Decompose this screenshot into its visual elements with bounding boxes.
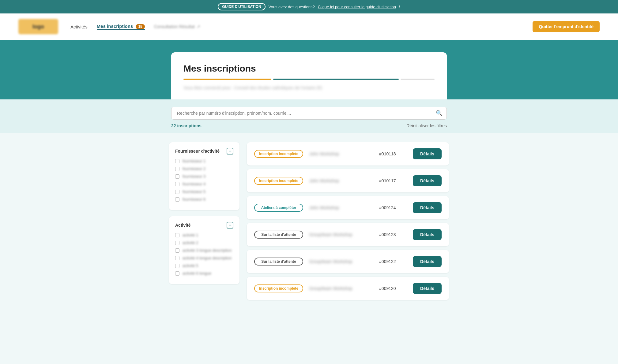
filter-label: fournisseur 6 bbox=[183, 197, 205, 202]
filter-checkbox[interactable] bbox=[175, 190, 179, 194]
filter-checkbox[interactable] bbox=[175, 271, 179, 276]
reset-filters-button[interactable]: Réinitialiser les filtres bbox=[407, 123, 447, 128]
progress-teal bbox=[273, 79, 399, 80]
hero-section: Mes inscriptions Vous êtes connecté pour… bbox=[0, 40, 618, 99]
progress-bar bbox=[183, 79, 435, 80]
result-name: Group/team Workshop bbox=[309, 286, 373, 291]
search-meta: 22 inscriptions Réinitialiser les filtre… bbox=[171, 123, 447, 128]
search-section: 🔍 22 inscriptions Réinitialiser les filt… bbox=[0, 99, 618, 133]
search-input[interactable] bbox=[171, 107, 447, 120]
filter-checkbox[interactable] bbox=[175, 167, 179, 171]
status-badge: Ateliers à compléter bbox=[254, 204, 303, 212]
list-item[interactable]: fournisseur 6 bbox=[175, 197, 233, 202]
fournisseur-filter-header: Fournisseur d'activité − bbox=[175, 148, 233, 154]
details-button[interactable]: Détails bbox=[413, 229, 442, 240]
result-name: John Workshop bbox=[309, 178, 373, 183]
activite-filter: Activité − activité 1 activité 2 activit… bbox=[169, 216, 239, 284]
banner-exclamation: ! bbox=[399, 5, 400, 9]
filter-checkbox[interactable] bbox=[175, 256, 179, 260]
list-item[interactable]: activité 1 bbox=[175, 233, 233, 237]
filter-label: activité 3 longue description bbox=[183, 248, 232, 253]
details-button[interactable]: Détails bbox=[413, 256, 442, 267]
details-button[interactable]: Détails bbox=[413, 202, 442, 213]
list-item[interactable]: activité 4 longue description bbox=[175, 256, 233, 260]
details-button[interactable]: Détails bbox=[413, 283, 442, 294]
filter-checkbox[interactable] bbox=[175, 241, 179, 245]
fournisseur-toggle-button[interactable]: − bbox=[227, 148, 233, 154]
table-row: Inscription incomplète Group/team Worksh… bbox=[247, 277, 449, 300]
filter-label: activité 4 longue description bbox=[183, 256, 232, 260]
nav: Activités Mes inscriptions 15 Consultati… bbox=[70, 24, 520, 30]
search-wrapper: 🔍 bbox=[171, 107, 447, 120]
list-item[interactable]: fournisseur 3 bbox=[175, 174, 233, 179]
progress-gold bbox=[183, 79, 271, 80]
activite-filter-items: activité 1 activité 2 activité 3 longue … bbox=[175, 233, 233, 276]
inscriptions-count: 22 inscriptions bbox=[171, 123, 202, 128]
result-id: #009123 bbox=[379, 232, 407, 237]
progress-light bbox=[401, 79, 435, 80]
result-id: #009124 bbox=[379, 205, 407, 210]
list-item[interactable]: fournisseur 1 bbox=[175, 159, 233, 163]
guide-button[interactable]: GUIDE D'UTILISATION bbox=[218, 3, 265, 10]
nav-activites[interactable]: Activités bbox=[70, 24, 88, 29]
result-name: John Workshop bbox=[309, 151, 373, 156]
filter-checkbox[interactable] bbox=[175, 248, 179, 253]
results-list: Inscription incomplète John Workshop #01… bbox=[247, 142, 449, 300]
search-icon: 🔍 bbox=[436, 110, 443, 117]
list-item[interactable]: fournisseur 5 bbox=[175, 189, 233, 194]
filter-label: activité 6 longue bbox=[183, 271, 211, 276]
top-banner: GUIDE D'UTILISATION Vous avez des questi… bbox=[0, 0, 618, 13]
result-id: #010118 bbox=[379, 151, 407, 156]
filter-label: fournisseur 1 bbox=[183, 159, 205, 163]
table-row: Sur la liste d'attente Group/team Worksh… bbox=[247, 223, 449, 246]
filter-label: fournisseur 4 bbox=[183, 182, 205, 186]
logo: logo bbox=[18, 19, 58, 34]
filter-checkbox[interactable] bbox=[175, 182, 179, 186]
external-icon: ↗ bbox=[197, 24, 200, 29]
table-row: Inscription incomplète John Workshop #01… bbox=[247, 142, 449, 165]
header: logo Activités Mes inscriptions 15 Consu… bbox=[0, 13, 618, 40]
status-badge: Sur la liste d'attente bbox=[254, 231, 303, 239]
nav-extra-link[interactable]: Consultation Résultat ↗ bbox=[154, 24, 200, 29]
details-button[interactable]: Détails bbox=[413, 175, 442, 186]
nav-mes-inscriptions[interactable]: Mes inscriptions 15 bbox=[97, 24, 145, 30]
nav-badge: 15 bbox=[136, 24, 145, 29]
activite-filter-header: Activité − bbox=[175, 222, 233, 228]
filter-checkbox[interactable] bbox=[175, 264, 179, 268]
list-item[interactable]: activité 2 bbox=[175, 240, 233, 245]
table-row: Ateliers à compléter John Workshop #0091… bbox=[247, 196, 449, 219]
sidebar: Fournisseur d'activité − fournisseur 1 f… bbox=[169, 142, 239, 284]
quit-button[interactable]: Quitter l'emprunt d'identité bbox=[533, 21, 600, 32]
guide-link[interactable]: Clique ici pour consulter le guide d'uti… bbox=[318, 5, 396, 9]
list-item[interactable]: activité 6 longue bbox=[175, 271, 233, 276]
main-content: Fournisseur d'activité − fournisseur 1 f… bbox=[0, 133, 618, 312]
list-item[interactable]: fournisseur 2 bbox=[175, 166, 233, 171]
list-item[interactable]: activité 5 bbox=[175, 263, 233, 268]
status-badge: Inscription incomplète bbox=[254, 284, 303, 292]
filter-label: fournisseur 2 bbox=[183, 166, 205, 171]
result-name: Group/team Workshop bbox=[309, 232, 373, 237]
list-item[interactable]: activité 3 longue description bbox=[175, 248, 233, 253]
filter-label: fournisseur 5 bbox=[183, 189, 205, 194]
result-name: Group/team Workshop bbox=[309, 259, 373, 264]
result-id: #009122 bbox=[379, 259, 407, 264]
filter-checkbox[interactable] bbox=[175, 233, 179, 237]
result-name: John Workshop bbox=[309, 205, 373, 210]
filter-checkbox[interactable] bbox=[175, 159, 179, 163]
filter-label: activité 1 bbox=[183, 233, 198, 237]
activite-toggle-button[interactable]: − bbox=[227, 222, 233, 228]
details-button[interactable]: Détails bbox=[413, 148, 442, 159]
filter-checkbox[interactable] bbox=[175, 174, 179, 179]
banner-question: Vous avez des questions? bbox=[269, 5, 315, 9]
status-badge: Sur la liste d'attente bbox=[254, 258, 303, 266]
list-item[interactable]: fournisseur 4 bbox=[175, 182, 233, 186]
fournisseur-filter: Fournisseur d'activité − fournisseur 1 f… bbox=[169, 142, 239, 210]
filter-label: fournisseur 3 bbox=[183, 174, 205, 179]
table-row: Sur la liste d'attente Group/team Worksh… bbox=[247, 250, 449, 273]
filter-label: activité 2 bbox=[183, 240, 198, 245]
status-badge: Inscription incomplète bbox=[254, 177, 303, 185]
hero-subtitle: Vous êtes connecté pour : Conseil des ét… bbox=[183, 85, 435, 90]
activite-filter-title: Activité bbox=[175, 223, 191, 228]
filter-checkbox[interactable] bbox=[175, 197, 179, 202]
result-id: #010117 bbox=[379, 178, 407, 183]
